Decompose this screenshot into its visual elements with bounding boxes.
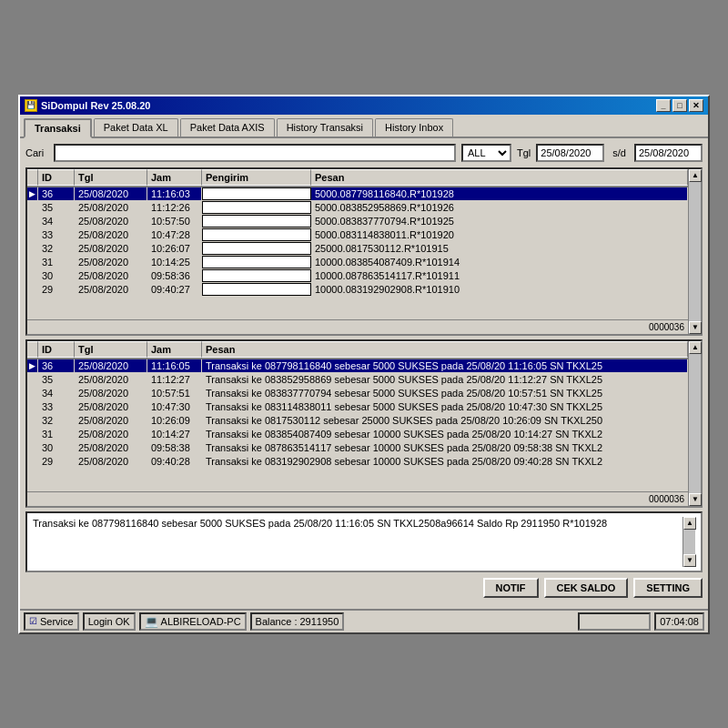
top-row-count: 0000036	[27, 319, 688, 334]
top-table-row[interactable]: 29 25/08/2020 09:40:27 10000.08319290290…	[27, 283, 688, 297]
row2-jam: 10:14:27	[147, 428, 202, 440]
row2-tgl: 25/08/2020	[75, 414, 147, 427]
th2-tgl: Tgl	[75, 341, 147, 358]
date-to-input[interactable]	[634, 144, 703, 162]
row2-jam: 09:58:38	[147, 441, 202, 454]
window-title: SiDompul Rev 25.08.20	[41, 100, 150, 111]
minimize-button[interactable]: _	[656, 99, 671, 112]
service-check-icon: ☑	[29, 616, 37, 626]
top-table-row[interactable]: 32 25/08/2020 10:26:07 25000.0817530112.…	[27, 242, 688, 256]
msg-scroll-down[interactable]: ▼	[683, 554, 696, 567]
row-jam: 10:14:25	[147, 256, 202, 268]
setting-button[interactable]: SETTING	[633, 578, 703, 598]
msg-scroll-up[interactable]: ▲	[683, 517, 696, 530]
top-table-row[interactable]: ▶ 36 25/08/2020 11:16:03 5000.0877981168…	[27, 187, 688, 201]
row2-arrow	[27, 455, 38, 468]
bottom-table-row[interactable]: 32 25/08/2020 10:26:09 Transaksi ke 0817…	[27, 414, 688, 428]
row2-tgl: 25/08/2020	[75, 373, 147, 386]
top-scrollbar[interactable]: ▲ ▼	[688, 169, 701, 334]
top-table-header: ID Tgl Jam Pengirim Pesan	[27, 169, 688, 187]
th-pengirim: Pengirim	[202, 169, 311, 186]
scroll-up-btn[interactable]: ▲	[689, 169, 702, 182]
main-window: 💾 SiDompul Rev 25.08.20 _ □ ✕ Transaksi …	[18, 95, 710, 634]
row-jam: 09:58:36	[147, 269, 202, 282]
row2-jam: 10:26:09	[147, 414, 202, 427]
th-pesan: Pesan	[311, 169, 688, 186]
tgl-label: Tgl	[517, 147, 531, 158]
row2-pesan: Transaksi ke 087798116840 sebesar 5000 S…	[202, 359, 688, 372]
row-jam: 09:40:27	[147, 283, 202, 296]
row-tgl: 25/08/2020	[75, 201, 147, 214]
bottom-scrollbar[interactable]: ▲ ▼	[688, 341, 701, 506]
filter-select[interactable]: ALL	[461, 144, 511, 162]
top-table-row[interactable]: 33 25/08/2020 10:47:28 5000.083114838011…	[27, 228, 688, 242]
row-id: 29	[38, 283, 75, 296]
computer-name: ALBIRELOAD-PC	[161, 616, 241, 627]
msg-scroll-track[interactable]	[683, 530, 695, 554]
content-area: Cari ALL Tgl s/d ID Tgl Jam Pengirim Pes…	[20, 138, 708, 609]
row-jam: 10:26:07	[147, 242, 202, 255]
tab-paket-xl[interactable]: Paket Data XL	[94, 118, 178, 136]
bottom-table-row[interactable]: 34 25/08/2020 10:57:51 Transaksi ke 0838…	[27, 387, 688, 400]
bottom-table-row[interactable]: 29 25/08/2020 09:40:28 Transaksi ke 0831…	[27, 455, 688, 469]
row-arrow	[27, 256, 38, 268]
bottom-table-container: ID Tgl Jam Pesan ▶ 36 25/08/2020 11:16:0…	[25, 339, 703, 508]
scroll2-down-btn[interactable]: ▼	[689, 493, 702, 506]
row-arrow	[27, 283, 38, 296]
bottom-table-row[interactable]: 31 25/08/2020 10:14:27 Transaksi ke 0838…	[27, 428, 688, 441]
msg-scrollbar[interactable]: ▲ ▼	[682, 517, 695, 567]
tab-history-inbox[interactable]: History Inbox	[375, 118, 453, 136]
row-pesan: 5000.087798116840.R*101928	[311, 187, 688, 200]
cek-saldo-button[interactable]: CEK SALDO	[544, 578, 629, 598]
th2-id: ID	[38, 341, 75, 358]
scroll-down-btn[interactable]: ▼	[689, 321, 702, 334]
scroll2-up-btn[interactable]: ▲	[689, 341, 702, 354]
row-pengirim	[202, 201, 311, 214]
row-pesan: 5000.083837770794.R*101925	[311, 215, 688, 228]
row-pengirim	[202, 228, 311, 241]
row2-arrow	[27, 400, 38, 413]
row-id: 32	[38, 242, 75, 255]
row-arrow	[27, 269, 38, 282]
top-table-row[interactable]: 30 25/08/2020 09:58:36 10000.08786351411…	[27, 269, 688, 283]
top-table-row[interactable]: 35 25/08/2020 11:12:26 5000.083852958869…	[27, 201, 688, 215]
row2-id: 32	[38, 414, 75, 427]
row2-id: 34	[38, 387, 75, 399]
row-pesan: 10000.083192902908.R*101910	[311, 283, 688, 296]
tab-paket-axis[interactable]: Paket Data AXIS	[180, 118, 275, 136]
row2-arrow	[27, 428, 38, 440]
top-table-row[interactable]: 31 25/08/2020 10:14:25 10000.08385408740…	[27, 256, 688, 269]
search-input[interactable]	[54, 144, 456, 162]
scroll2-track[interactable]	[689, 354, 701, 493]
row-tgl: 25/08/2020	[75, 215, 147, 228]
top-table-row[interactable]: 34 25/08/2020 10:57:50 5000.083837770794…	[27, 215, 688, 228]
th-jam: Jam	[147, 169, 202, 186]
row-pesan: 25000.0817530112.R*101915	[311, 242, 688, 255]
row2-jam: 10:57:51	[147, 387, 202, 399]
notif-button[interactable]: NOTIF	[483, 578, 539, 598]
bottom-table-row[interactable]: 33 25/08/2020 10:47:30 Transaksi ke 0831…	[27, 400, 688, 414]
row2-id: 33	[38, 400, 75, 413]
row2-tgl: 25/08/2020	[75, 359, 147, 372]
row2-arrow: ▶	[27, 359, 38, 372]
bottom-table-row[interactable]: 35 25/08/2020 11:12:27 Transaksi ke 0838…	[27, 373, 688, 387]
top-table-body: ▶ 36 25/08/2020 11:16:03 5000.0877981168…	[27, 187, 688, 319]
bottom-table-body: ▶ 36 25/08/2020 11:16:05 Transaksi ke 08…	[27, 359, 688, 491]
bottom-table-row[interactable]: ▶ 36 25/08/2020 11:16:05 Transaksi ke 08…	[27, 359, 688, 373]
row2-pesan: Transaksi ke 083852958869 sebesar 5000 S…	[202, 373, 688, 386]
maximize-button[interactable]: □	[672, 99, 687, 112]
bottom-table-row[interactable]: 30 25/08/2020 09:58:38 Transaksi ke 0878…	[27, 441, 688, 455]
scroll-track[interactable]	[689, 182, 701, 321]
tab-history-transaksi[interactable]: History Transaksi	[277, 118, 373, 136]
date-from-input[interactable]	[536, 144, 604, 162]
tab-transaksi[interactable]: Transaksi	[24, 118, 92, 138]
th2-arrow	[27, 341, 38, 358]
row2-arrow	[27, 441, 38, 454]
balance-value: 2911950	[299, 616, 339, 627]
row2-id: 31	[38, 428, 75, 440]
close-button[interactable]: ✕	[689, 99, 703, 112]
bottom-table-header: ID Tgl Jam Pesan	[27, 341, 688, 359]
computer-icon: 💻	[145, 615, 158, 628]
row-tgl: 25/08/2020	[75, 269, 147, 282]
bottom-buttons: NOTIF CEK SALDO SETTING	[25, 578, 703, 598]
